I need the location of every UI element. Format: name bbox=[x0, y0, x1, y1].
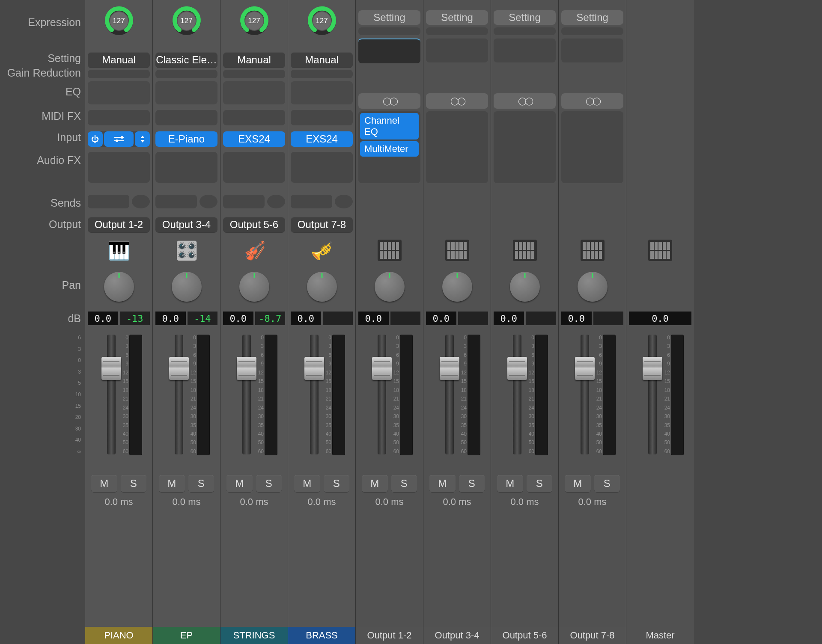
input-instrument-slot[interactable]: EXS24 bbox=[223, 131, 285, 147]
input-power-button[interactable]: ⏻ bbox=[88, 131, 103, 147]
input-dropdown-button[interactable] bbox=[135, 131, 150, 147]
eq-slot[interactable] bbox=[88, 81, 150, 104]
setting-button[interactable]: Manual bbox=[88, 52, 150, 68]
db-value[interactable]: 0.0 bbox=[494, 312, 524, 325]
track-icon[interactable]: 🎹 bbox=[88, 237, 150, 264]
pan-knob[interactable] bbox=[307, 272, 337, 302]
track-icon[interactable]: 🎻 bbox=[223, 237, 285, 264]
track-icon[interactable] bbox=[358, 237, 420, 264]
track-icon[interactable] bbox=[561, 237, 623, 264]
pan-knob[interactable] bbox=[442, 272, 472, 302]
solo-button[interactable]: S bbox=[391, 475, 417, 492]
send-slot[interactable] bbox=[291, 195, 332, 208]
send-slot[interactable] bbox=[223, 195, 265, 208]
setting-button[interactable]: Setting bbox=[358, 10, 420, 25]
audio-fx-slot[interactable] bbox=[561, 111, 623, 183]
output-slot[interactable]: Output 7-8 bbox=[291, 217, 353, 232]
db-peak[interactable] bbox=[390, 312, 421, 325]
eq-thumbnail[interactable] bbox=[561, 39, 623, 62]
output-slot[interactable]: Output 5-6 bbox=[223, 217, 285, 232]
mute-button[interactable]: M bbox=[159, 475, 185, 492]
track-name[interactable]: Output 5-6 bbox=[491, 627, 558, 644]
mute-button[interactable]: M bbox=[429, 475, 456, 492]
mute-button[interactable]: M bbox=[565, 475, 591, 492]
solo-button[interactable]: S bbox=[459, 475, 485, 492]
eq-thumbnail[interactable] bbox=[494, 39, 556, 62]
eq-slot[interactable] bbox=[291, 81, 353, 104]
db-peak[interactable] bbox=[323, 312, 353, 325]
audio-fx-slot[interactable] bbox=[88, 152, 150, 183]
db-peak[interactable] bbox=[458, 312, 488, 325]
db-value[interactable]: 0.0 bbox=[291, 312, 321, 325]
setting-button[interactable]: Setting bbox=[561, 10, 623, 25]
expression-knob[interactable]: 127 bbox=[88, 0, 150, 47]
output-slot[interactable]: Output 3-4 bbox=[155, 217, 217, 232]
plugin-slot[interactable]: Channel EQ bbox=[360, 113, 419, 139]
midi-fx-slot[interactable] bbox=[155, 110, 217, 125]
db-value[interactable]: 0.0 bbox=[426, 312, 456, 325]
audio-fx-slot[interactable] bbox=[426, 111, 488, 183]
send-knob[interactable] bbox=[335, 195, 353, 208]
stereo-mode-button[interactable]: ◯◯ bbox=[561, 93, 623, 109]
plugin-slot[interactable]: MultiMeter bbox=[360, 141, 419, 157]
midi-fx-slot[interactable] bbox=[223, 110, 285, 125]
db-value[interactable]: 0.0 bbox=[223, 312, 253, 325]
db-value[interactable]: 0.0 bbox=[88, 312, 118, 325]
expression-knob[interactable]: 127 bbox=[155, 0, 217, 47]
send-slot[interactable] bbox=[155, 195, 197, 208]
input-instrument-slot[interactable]: E-Piano bbox=[155, 131, 217, 147]
audio-fx-slot[interactable] bbox=[155, 152, 217, 183]
mute-button[interactable]: M bbox=[91, 475, 117, 492]
setting-button[interactable]: Manual bbox=[291, 52, 353, 68]
db-peak[interactable]: -13 bbox=[120, 312, 150, 325]
audio-fx-slot[interactable] bbox=[223, 152, 285, 183]
solo-button[interactable]: S bbox=[324, 475, 350, 492]
stereo-mode-button[interactable]: ◯◯ bbox=[358, 93, 420, 109]
db-value[interactable]: 0.0 bbox=[155, 312, 186, 325]
pan-knob[interactable] bbox=[375, 272, 405, 302]
db-value[interactable]: 0.0 bbox=[629, 312, 691, 325]
stereo-mode-button[interactable]: ◯◯ bbox=[494, 93, 556, 109]
solo-button[interactable]: S bbox=[256, 475, 282, 492]
db-peak[interactable] bbox=[526, 312, 556, 325]
db-peak[interactable]: -8.7 bbox=[255, 312, 286, 325]
setting-button[interactable]: Setting bbox=[494, 10, 556, 25]
audio-fx-slot[interactable]: Channel EQMultiMeter bbox=[358, 111, 420, 183]
audio-fx-slot[interactable] bbox=[291, 152, 353, 183]
eq-thumbnail[interactable] bbox=[358, 39, 420, 63]
input-ui-button[interactable] bbox=[104, 131, 134, 147]
send-knob[interactable] bbox=[132, 195, 150, 208]
stereo-mode-button[interactable]: ◯◯ bbox=[426, 93, 488, 109]
track-name[interactable]: BRASS bbox=[288, 627, 355, 644]
mute-button[interactable]: M bbox=[226, 475, 253, 492]
track-name[interactable]: Master bbox=[626, 627, 694, 644]
audio-fx-slot[interactable] bbox=[494, 111, 556, 183]
track-name[interactable]: PIANO bbox=[85, 627, 152, 644]
track-icon[interactable]: 🎺 bbox=[291, 237, 353, 264]
mute-button[interactable]: M bbox=[497, 475, 523, 492]
midi-fx-slot[interactable] bbox=[88, 110, 150, 125]
solo-button[interactable]: S bbox=[594, 475, 620, 492]
solo-button[interactable]: S bbox=[527, 475, 553, 492]
solo-button[interactable]: S bbox=[121, 475, 147, 492]
track-name[interactable]: STRINGS bbox=[220, 627, 288, 644]
track-name[interactable]: EP bbox=[153, 627, 220, 644]
expression-knob[interactable]: 127 bbox=[291, 0, 353, 47]
eq-thumbnail[interactable] bbox=[426, 39, 488, 62]
db-peak[interactable]: -14 bbox=[188, 312, 218, 325]
track-icon[interactable] bbox=[629, 237, 691, 264]
solo-button[interactable]: S bbox=[188, 475, 214, 492]
input-instrument-slot[interactable]: EXS24 bbox=[291, 131, 353, 147]
send-knob[interactable] bbox=[267, 195, 285, 208]
track-name[interactable]: Output 1-2 bbox=[356, 627, 423, 644]
setting-button[interactable]: Setting bbox=[426, 10, 488, 25]
send-knob[interactable] bbox=[200, 195, 217, 208]
pan-knob[interactable] bbox=[510, 272, 540, 302]
db-value[interactable]: 0.0 bbox=[561, 312, 592, 325]
pan-knob[interactable] bbox=[172, 272, 202, 302]
pan-knob[interactable] bbox=[578, 272, 608, 302]
mute-button[interactable]: M bbox=[362, 475, 388, 492]
midi-fx-slot[interactable] bbox=[291, 110, 353, 125]
output-slot[interactable]: Output 1-2 bbox=[88, 217, 150, 232]
setting-button[interactable]: Classic Ele… bbox=[155, 52, 217, 68]
